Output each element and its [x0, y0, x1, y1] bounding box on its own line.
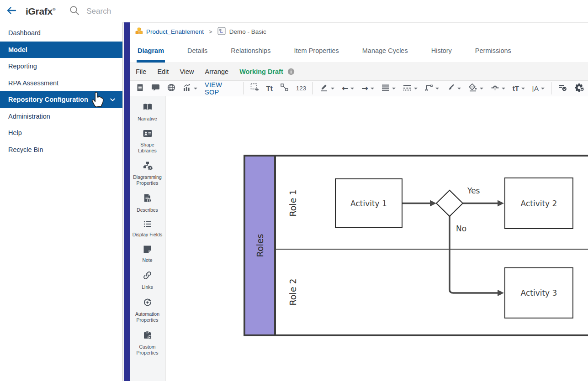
panel-item-label: Links: [141, 284, 154, 290]
sidebar-nav: Dashboard Model Reporting RPA Assessment…: [0, 22, 123, 381]
fill-color-button[interactable]: [465, 82, 487, 95]
panel-item-diagramming-properties[interactable]: Diagramming Properties: [130, 161, 165, 186]
chevron-down-icon: [109, 96, 116, 103]
view-sop-button[interactable]: VIEW SOP: [201, 82, 241, 95]
connector-tool-button[interactable]: [276, 82, 292, 95]
font-size-button[interactable]: tT: [509, 82, 529, 95]
panel-item-shape-libraries[interactable]: Shape Libraries: [130, 129, 165, 154]
tab-history[interactable]: History: [430, 47, 453, 63]
dropdown-caret-icon: [194, 88, 197, 89]
sidebar-item-help[interactable]: Help: [0, 125, 122, 141]
text-tool-button[interactable]: Tt: [263, 82, 276, 95]
sidebar-item-recycle-bin[interactable]: Recycle Bin: [0, 141, 122, 158]
line-weight-icon: [381, 84, 390, 93]
menu-file[interactable]: File: [130, 68, 152, 75]
clipboard-gear-icon: [143, 330, 152, 344]
tab-details[interactable]: Details: [186, 47, 208, 63]
panel-item-display-fields[interactable]: Display Fields: [130, 220, 165, 238]
display-options-icon: [558, 84, 567, 94]
line-style-button[interactable]: [316, 82, 338, 95]
sidebar-item-rpa-assessment[interactable]: RPA Assessment: [0, 75, 122, 92]
top-bar: iGrafx®: [0, 0, 588, 23]
logo-registered-mark: ®: [53, 7, 55, 12]
diagram-settings-button[interactable]: [571, 82, 588, 95]
text-align-button[interactable]: [A: [529, 82, 548, 95]
line-weight-button[interactable]: [378, 82, 399, 95]
sidebar-item-repository-configuration[interactable]: Repository Configuration: [0, 91, 122, 108]
select-add-button[interactable]: [247, 82, 263, 95]
menu-edit[interactable]: Edit: [152, 68, 174, 75]
dropdown-caret-icon: [541, 88, 545, 89]
menu-view[interactable]: View: [174, 68, 199, 75]
sidebar-item-label: Repository Configuration: [8, 96, 88, 103]
activity-shape-3[interactable]: Activity 3: [504, 267, 573, 318]
dropdown-caret-icon: [480, 88, 483, 89]
breadcrumb-repository-link[interactable]: Product_Enablement: [146, 28, 204, 35]
activity-label: Activity 2: [521, 199, 557, 208]
sidebar-item-reporting[interactable]: Reporting: [0, 58, 122, 75]
back-button[interactable]: [5, 5, 17, 17]
note-icon: [143, 245, 152, 257]
info-icon[interactable]: [287, 68, 295, 75]
tab-manage-cycles[interactable]: Manage Cycles: [361, 47, 409, 63]
book-icon: [142, 103, 153, 116]
activity-label: Activity 3: [521, 288, 557, 297]
search-input[interactable]: [85, 6, 233, 16]
sidebar-item-model[interactable]: Model: [0, 42, 122, 58]
dropdown-caret-icon: [457, 88, 461, 89]
tab-relationships[interactable]: Relationships: [230, 47, 271, 63]
comment-button[interactable]: [148, 82, 164, 95]
activity-shape-1[interactable]: Activity 1: [335, 178, 403, 228]
toolbar-separator: [244, 82, 244, 94]
display-options-button[interactable]: [554, 82, 571, 95]
line-dash-button[interactable]: [399, 82, 421, 95]
dropdown-caret-icon: [414, 88, 418, 89]
menu-arrange[interactable]: Arrange: [200, 68, 234, 75]
panel-item-note[interactable]: Note: [130, 245, 165, 263]
flowchart-gear-icon: [143, 161, 153, 174]
text-align-label: [A: [532, 84, 539, 92]
tab-diagram[interactable]: Diagram: [137, 47, 165, 63]
panel-item-label: Custom Properties: [130, 344, 165, 356]
line-jump-button[interactable]: [487, 82, 509, 95]
working-draft-status: Working Draft: [239, 68, 283, 75]
connector-route-button[interactable]: [421, 82, 443, 95]
panel-item-label: Describes: [136, 207, 159, 213]
arrow-end-button[interactable]: →: [358, 82, 377, 95]
automation-gear-icon: [143, 297, 152, 311]
dropdown-caret-icon: [435, 88, 439, 89]
tab-permissions[interactable]: Permissions: [474, 47, 512, 63]
search-icon[interactable]: [69, 5, 80, 18]
panel-item-label: Diagramming Properties: [130, 174, 165, 186]
globe-button[interactable]: [164, 82, 179, 95]
comment-icon: [151, 84, 160, 93]
numbering-button[interactable]: 123: [292, 82, 310, 95]
dropdown-caret-icon: [521, 88, 525, 89]
breadcrumb: Product_Enablement > Demo - Basic: [130, 22, 588, 41]
panel-item-automation-properties[interactable]: Automation Properties: [130, 297, 165, 323]
diagram-canvas[interactable]: [166, 96, 588, 381]
fill-bucket-icon: [468, 83, 477, 94]
pencil-icon: [319, 83, 328, 94]
sidebar-item-label: Reporting: [8, 63, 37, 70]
panel-item-custom-properties[interactable]: Custom Properties: [130, 330, 165, 356]
connector-nodes-icon: [280, 83, 289, 94]
chart-button[interactable]: [179, 82, 201, 95]
sop-document-button[interactable]: [132, 82, 148, 95]
activity-shape-2[interactable]: Activity 2: [504, 177, 573, 229]
arrow-start-button[interactable]: ←: [338, 82, 358, 95]
lane-group-header[interactable]: [245, 157, 276, 334]
panel-item-narrative[interactable]: Narrative: [130, 103, 165, 122]
panel-item-links[interactable]: Links: [130, 271, 165, 290]
tab-item-properties[interactable]: Item Properties: [293, 47, 339, 63]
text-tool-label: Tt: [266, 84, 273, 92]
chart-icon: [183, 84, 191, 93]
sidebar-item-dashboard[interactable]: Dashboard: [0, 25, 122, 42]
sidebar-item-administration[interactable]: Administration: [0, 108, 122, 125]
back-arrow-icon: [6, 5, 17, 17]
panel-item-describes[interactable]: Describes: [130, 193, 165, 213]
panel-item-label: Automation Properties: [130, 311, 165, 323]
sidebar-item-label: Dashboard: [8, 29, 41, 37]
format-brush-button[interactable]: [443, 82, 465, 95]
dropdown-caret-icon: [371, 88, 374, 89]
